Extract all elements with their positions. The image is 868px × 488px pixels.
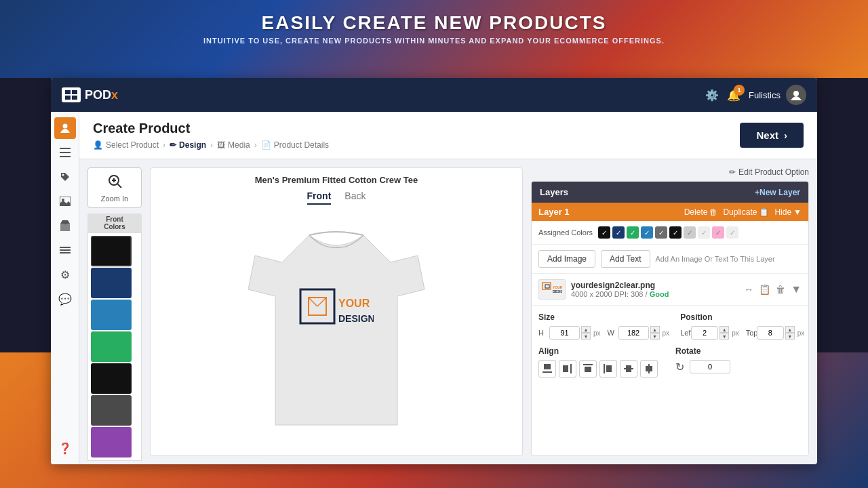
color-check-9[interactable]: ✓ [712, 226, 724, 239]
file-item: YOUR DESIGN yourdesign2clear.png 4000 x … [532, 274, 808, 306]
color-check-5[interactable]: ✓ [655, 226, 667, 239]
product-area: Zoom In Front Colors [79, 159, 817, 464]
color-checks-group: ✓ ✓ ✓ ✓ ✓ ✓ ✓ ✓ ✓ ✓ [598, 226, 738, 239]
color-check-6[interactable]: ✓ [669, 226, 682, 239]
page-header: Create Product 👤 Select Product › ✏ Desi… [79, 112, 817, 159]
h-input[interactable] [549, 326, 580, 340]
color-check-2[interactable]: ✓ [612, 226, 625, 239]
color-check-8[interactable]: ✓ [698, 226, 710, 239]
left-spin-up[interactable]: ▲ [719, 326, 729, 333]
sidebar-item-profile[interactable] [54, 117, 76, 139]
rotate-input[interactable] [690, 360, 730, 373]
svg-rect-32 [570, 364, 572, 373]
notifications[interactable]: 🔔 1 [727, 89, 741, 102]
main-layout: ⚙ 💬 ❓ Create Product 👤 Select Product › [51, 112, 817, 464]
sidebar-item-bar[interactable] [54, 239, 76, 261]
edit-product-option-button[interactable]: ✏ Edit Product Option [531, 167, 809, 177]
design-icon: ✏ [170, 140, 176, 150]
sidebar-item-menu[interactable] [54, 142, 76, 163]
replace-icon[interactable]: ↔ [744, 284, 753, 295]
w-spin-up[interactable]: ▲ [650, 326, 660, 333]
file-expand-icon[interactable]: ▼ [791, 283, 802, 296]
add-text-button[interactable]: Add Text [601, 250, 650, 268]
trash-icon: 🗑 [709, 207, 717, 217]
align-bottom-button[interactable] [538, 360, 556, 378]
color-swatch-purple[interactable] [91, 427, 132, 458]
color-check-4[interactable]: ✓ [641, 226, 653, 239]
align-rotate-panel: Align [532, 346, 808, 383]
color-swatch-green[interactable] [91, 331, 132, 362]
h-label: H [538, 329, 547, 337]
left-label: Left [680, 329, 688, 337]
next-button[interactable]: Next › [740, 123, 804, 148]
svg-line-16 [118, 184, 122, 188]
file-quality: Good [650, 290, 669, 298]
sidebar-item-image[interactable] [54, 190, 76, 212]
align-title: Align [538, 346, 665, 356]
svg-rect-38 [626, 365, 631, 372]
align-top-button[interactable] [579, 360, 597, 378]
position-row: Left ▲ ▼ px Top [680, 326, 804, 340]
left-spin-down[interactable]: ▼ [719, 333, 729, 340]
w-input[interactable] [618, 326, 649, 340]
sidebar-item-chat[interactable]: 💬 [54, 288, 76, 310]
left-input[interactable] [691, 326, 718, 340]
sidebar-item-settings[interactable]: ⚙ [54, 264, 76, 285]
shirt-image-area: YOUR DESIGN [157, 211, 515, 449]
color-check-3[interactable]: ✓ [627, 226, 639, 239]
color-check-10[interactable]: ✓ [726, 226, 738, 239]
color-check-7[interactable]: ✓ [684, 226, 696, 239]
top-spin-down[interactable]: ▼ [785, 333, 795, 340]
design-svg: YOUR DESIGN [299, 288, 374, 339]
delete-file-icon[interactable]: 🗑 [776, 284, 785, 295]
color-swatch-black1[interactable] [91, 236, 132, 266]
tab-front[interactable]: Front [307, 190, 332, 205]
copy-icon[interactable]: 📋 [759, 284, 770, 295]
rotate-icon[interactable]: ↻ [675, 361, 684, 373]
color-swatch-darkgray[interactable] [91, 395, 132, 426]
tab-back[interactable]: Back [344, 190, 366, 205]
settings-icon[interactable]: ⚙️ [705, 89, 719, 102]
top-spinner[interactable]: ▲ ▼ [785, 326, 795, 340]
align-center-h-button[interactable] [620, 360, 637, 378]
view-controls: Zoom In [87, 167, 142, 208]
size-row: H ▲ ▼ px W [538, 326, 669, 340]
add-image-button[interactable]: Add Image [538, 250, 595, 268]
design-overlay: YOUR DESIGN [296, 283, 377, 344]
top-input-group: ▲ ▼ [757, 326, 795, 340]
align-center-v-button[interactable] [640, 360, 658, 378]
color-swatch-navy[interactable] [91, 268, 132, 298]
top-spin-up[interactable]: ▲ [785, 326, 795, 333]
color-swatch-black2[interactable] [91, 363, 132, 394]
sidebar-item-help[interactable]: ❓ [54, 437, 76, 459]
duplicate-layer-button[interactable]: Duplicate 📋 [723, 207, 769, 217]
top-input[interactable] [757, 326, 784, 340]
breadcrumb-select-product[interactable]: 👤 Select Product [93, 140, 159, 150]
sidebar-item-tag[interactable] [54, 166, 76, 188]
breadcrumb-media[interactable]: 🖼 Media [217, 140, 250, 150]
view-tabs: Front Back [307, 190, 366, 205]
color-check-1[interactable]: ✓ [598, 226, 610, 239]
zoom-in-button[interactable]: Zoom In [87, 167, 142, 208]
h-spinner[interactable]: ▲ ▼ [581, 326, 591, 340]
hide-layer-button[interactable]: Hide ▼ [774, 207, 802, 217]
w-spin-down[interactable]: ▼ [650, 333, 660, 340]
w-spinner[interactable]: ▲ ▼ [650, 326, 660, 340]
color-panel: Front Colors [87, 214, 142, 461]
breadcrumb-product-details[interactable]: 📄 Product Details [261, 140, 329, 150]
w-input-group: ▲ ▼ [618, 326, 660, 340]
breadcrumb-sep-2: › [210, 140, 213, 150]
h-spin-down[interactable]: ▼ [581, 333, 591, 340]
color-swatch-blue[interactable] [91, 300, 132, 330]
delete-layer-button[interactable]: Delete 🗑 [684, 207, 718, 217]
svg-rect-14 [60, 252, 71, 253]
h-spin-up[interactable]: ▲ [581, 326, 591, 333]
new-layer-button[interactable]: +New Layer [755, 188, 800, 197]
left-spinner[interactable]: ▲ ▼ [719, 326, 729, 340]
align-right-button[interactable] [559, 360, 576, 378]
sidebar-item-product[interactable] [54, 215, 76, 237]
user-area[interactable]: Fulistics [749, 85, 806, 105]
align-left-button[interactable] [599, 360, 617, 378]
breadcrumb-design[interactable]: ✏ Design [170, 140, 206, 150]
layer-1-row: Layer 1 Delete 🗑 Duplicate 📋 [532, 203, 808, 221]
